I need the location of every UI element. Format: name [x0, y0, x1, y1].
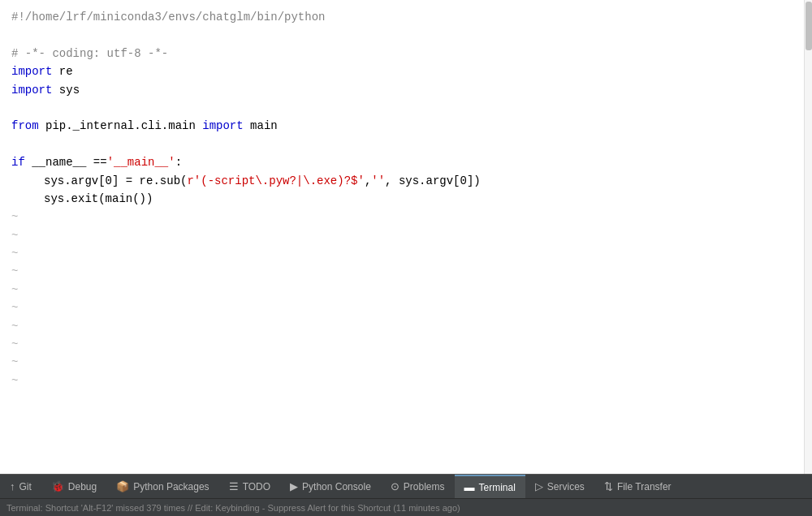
toolbar-label-file-transfer: File Transfer [617, 481, 672, 492]
services-icon: ▷ [535, 480, 543, 492]
tilde-line: ~ [11, 208, 796, 226]
string-text: r'(-script\.pyw?|\.exe)?$' [187, 172, 364, 190]
toolbar-item-terminal[interactable]: ▬ Terminal [455, 475, 525, 498]
status-text: Terminal: Shortcut 'Alt-F12' missed 379 … [6, 503, 460, 513]
toolbar-item-debug[interactable]: 🐞 Debug [41, 475, 106, 498]
plain-text: , [365, 172, 371, 190]
scrollbar-track[interactable] [804, 0, 812, 474]
code-content: #!/home/lrf/miniconda3/envs/chatglm/bin/… [0, 8, 804, 389]
string-text: '' [371, 172, 385, 190]
tilde-line: ~ [11, 226, 796, 244]
comment-text: # -*- coding: utf-8 -*- [11, 45, 168, 62]
tilde-line: ~ [11, 262, 796, 280]
plain-text: sys.argv[0] = re.sub( [44, 172, 187, 190]
code-line: import sys [11, 81, 796, 99]
keyword: if [11, 153, 25, 171]
toolbar-label-services: Services [547, 481, 585, 492]
code-line: import re [11, 62, 796, 80]
tilde-line: ~ [11, 317, 796, 335]
toolbar-item-python-console[interactable]: ▶ Python Console [280, 475, 381, 498]
keyword: from [11, 117, 39, 135]
string-text: '__main__' [107, 153, 175, 171]
tilde-line: ~ [11, 335, 796, 353]
toolbar-label-git: Git [19, 481, 32, 492]
toolbar-label-python-console: Python Console [302, 481, 371, 492]
toolbar-label-todo: TODO [243, 481, 270, 492]
plain-text: __name__ == [25, 153, 107, 171]
plain-text: sys [52, 81, 80, 99]
tilde-line: ~ [11, 372, 796, 389]
code-line: from pip._internal.cli.main import main [11, 117, 796, 135]
file-transfer-icon: ⇅ [604, 480, 613, 492]
python-packages-icon: 📦 [116, 480, 129, 492]
todo-icon: ☰ [229, 480, 239, 492]
shebang-line: #!/home/lrf/miniconda3/envs/chatglm/bin/… [11, 8, 325, 26]
code-line: if __name__ == '__main__' : [11, 153, 796, 171]
plain-text: , sys.argv[0]) [385, 172, 481, 190]
blank-line [11, 26, 796, 44]
code-line: sys.argv[0] = re.sub( r'(-script\.pyw?|\… [11, 172, 796, 190]
plain-text: re [52, 62, 72, 80]
toolbar-item-problems[interactable]: ⊙ Problems [381, 475, 455, 498]
plain-text: sys.exit(main()) [44, 190, 153, 208]
tilde-line: ~ [11, 299, 796, 316]
toolbar-item-todo[interactable]: ☰ TODO [219, 475, 280, 498]
git-icon: ↑ [10, 480, 15, 492]
toolbar-label-problems: Problems [404, 481, 445, 492]
toolbar-label-python-packages: Python Packages [133, 481, 209, 492]
scrollbar-thumb[interactable] [806, 2, 812, 50]
terminal-icon: ▬ [464, 481, 475, 493]
keyword: import [11, 81, 52, 99]
toolbar-item-git[interactable]: ↑ Git [0, 475, 41, 498]
plain-text: : [175, 153, 182, 171]
editor-wrapper: #!/home/lrf/miniconda3/envs/chatglm/bin/… [0, 0, 812, 474]
blank-line [11, 135, 796, 153]
toolbar-label-debug: Debug [68, 481, 97, 492]
bottom-toolbar: ↑ Git 🐞 Debug 📦 Python Packages ☰ TODO ▶… [0, 474, 812, 498]
keyword: import [202, 117, 243, 135]
code-line: #!/home/lrf/miniconda3/envs/chatglm/bin/… [11, 8, 796, 26]
plain-text: pip._internal.cli.main [39, 117, 203, 135]
status-bar: Terminal: Shortcut 'Alt-F12' missed 379 … [0, 498, 812, 516]
tilde-line: ~ [11, 353, 796, 371]
problems-icon: ⊙ [391, 480, 400, 492]
plain-text: main [244, 117, 278, 135]
toolbar-item-python-packages[interactable]: 📦 Python Packages [106, 475, 218, 498]
keyword: import [11, 62, 52, 80]
code-line: # -*- coding: utf-8 -*- [11, 45, 796, 62]
toolbar-label-terminal: Terminal [479, 482, 516, 493]
python-console-icon: ▶ [290, 480, 298, 492]
editor-area[interactable]: #!/home/lrf/miniconda3/envs/chatglm/bin/… [0, 0, 804, 474]
blank-line [11, 99, 796, 117]
toolbar-item-services[interactable]: ▷ Services [525, 475, 594, 498]
tilde-line: ~ [11, 244, 796, 262]
toolbar-item-file-transfer[interactable]: ⇅ File Transfer [594, 475, 681, 498]
debug-icon: 🐞 [51, 480, 64, 492]
code-line: sys.exit(main()) [11, 190, 796, 208]
tilde-line: ~ [11, 281, 796, 299]
